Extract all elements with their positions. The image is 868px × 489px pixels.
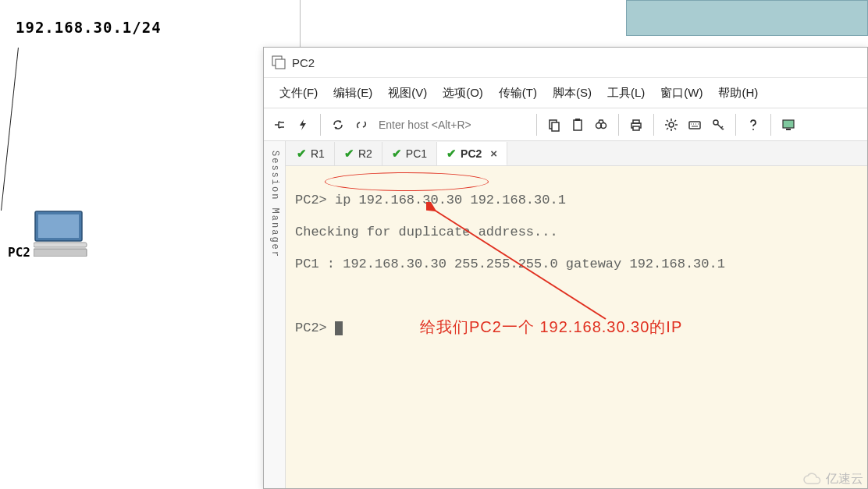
toolbar-separator bbox=[536, 114, 537, 136]
quick-connect-button[interactable] bbox=[292, 114, 314, 136]
titlebar[interactable]: PC2 bbox=[264, 48, 867, 78]
bg-wire-line bbox=[0, 46, 19, 211]
session-manager-label: Session Manager bbox=[269, 151, 280, 258]
svg-rect-2 bbox=[34, 243, 87, 247]
command-text: ip 192.168.30.30 192.168.30.1 bbox=[335, 193, 566, 207]
pc2-device: PC2 bbox=[8, 207, 96, 260]
bg-divider bbox=[300, 0, 301, 48]
check-icon: ✔ bbox=[446, 147, 457, 161]
svg-rect-9 bbox=[575, 119, 580, 121]
terminal-line: Checking for duplicate address... bbox=[295, 225, 858, 240]
svg-rect-13 bbox=[633, 120, 639, 123]
toolbar-separator bbox=[653, 114, 654, 136]
watermark: 亿速云 bbox=[802, 471, 863, 487]
help-button[interactable] bbox=[742, 114, 764, 136]
svg-rect-7 bbox=[552, 122, 559, 131]
svg-rect-8 bbox=[574, 120, 582, 130]
cursor bbox=[335, 321, 343, 335]
question-icon bbox=[746, 118, 760, 132]
print-button[interactable] bbox=[625, 114, 647, 136]
menu-edit[interactable]: 编辑(E) bbox=[333, 86, 372, 101]
refresh-icon bbox=[331, 118, 345, 132]
paste-button[interactable] bbox=[567, 114, 589, 136]
app-icon bbox=[272, 55, 286, 69]
screen-button[interactable] bbox=[777, 114, 799, 136]
tab-pc2[interactable]: ✔ PC2 × bbox=[437, 142, 507, 165]
menu-options[interactable]: 选项(O) bbox=[443, 86, 483, 101]
menu-script[interactable]: 脚本(S) bbox=[553, 86, 592, 101]
svg-rect-20 bbox=[786, 129, 791, 130]
tab-label: R1 bbox=[311, 147, 325, 160]
gear-icon bbox=[664, 118, 678, 132]
keyboard-icon bbox=[688, 118, 702, 132]
key-icon bbox=[711, 118, 725, 132]
terminal-line bbox=[295, 289, 858, 304]
prompt: PC2> bbox=[295, 321, 335, 335]
menu-help[interactable]: 帮助(H) bbox=[718, 86, 758, 101]
disconnect-button[interactable] bbox=[350, 114, 372, 136]
toolbar-separator bbox=[320, 114, 321, 136]
host-input[interactable] bbox=[374, 115, 530, 135]
key-button[interactable] bbox=[707, 114, 729, 136]
find-button[interactable] bbox=[590, 114, 612, 136]
toolbar bbox=[264, 108, 867, 141]
terminal-output[interactable]: PC2> ip 192.168.30.30 192.168.30.1 Check… bbox=[286, 166, 867, 488]
svg-rect-19 bbox=[783, 120, 794, 128]
monitor-icon bbox=[781, 118, 795, 132]
svg-rect-5 bbox=[276, 59, 285, 69]
session-manager-panel[interactable]: Session Manager bbox=[264, 141, 286, 488]
tab-label: PC1 bbox=[406, 147, 427, 160]
close-tab-button[interactable]: × bbox=[490, 147, 497, 160]
menu-tools[interactable]: 工具(L) bbox=[607, 86, 645, 101]
desktop-pc-icon bbox=[34, 210, 96, 257]
plug-icon bbox=[272, 118, 286, 132]
binoculars-icon bbox=[594, 118, 608, 132]
printer-icon bbox=[629, 118, 643, 132]
tab-label: PC2 bbox=[461, 147, 482, 160]
reconnect-button[interactable] bbox=[327, 114, 349, 136]
toolbar-separator bbox=[770, 114, 771, 136]
tab-label: R2 bbox=[358, 147, 372, 160]
svg-rect-1 bbox=[38, 214, 79, 238]
menu-transfer[interactable]: 传输(T) bbox=[499, 86, 537, 101]
svg-point-18 bbox=[752, 129, 754, 130]
clipboard-icon bbox=[571, 118, 585, 132]
settings-button[interactable] bbox=[660, 114, 682, 136]
tab-pc1[interactable]: ✔ PC1 bbox=[382, 142, 437, 165]
terminal-line: PC1 : 192.168.30.30 255.255.255.0 gatewa… bbox=[295, 257, 858, 272]
prompt: PC2> bbox=[295, 193, 335, 207]
tab-r2[interactable]: ✔ R2 bbox=[335, 142, 382, 165]
svg-rect-14 bbox=[633, 126, 639, 130]
copy-button[interactable] bbox=[543, 114, 565, 136]
terminal-window: PC2 文件(F) 编辑(E) 视图(V) 选项(O) 传输(T) 脚本(S) … bbox=[263, 47, 868, 489]
tab-r1[interactable]: ✔ R1 bbox=[287, 142, 335, 165]
lightning-icon bbox=[296, 118, 310, 132]
menu-window[interactable]: 窗口(W) bbox=[660, 86, 703, 101]
copy-icon bbox=[547, 118, 561, 132]
unlink-icon bbox=[354, 118, 368, 132]
toolbar-separator bbox=[735, 114, 736, 136]
window-title: PC2 bbox=[292, 56, 315, 69]
connect-button[interactable] bbox=[269, 114, 290, 136]
svg-rect-3 bbox=[34, 249, 87, 257]
menu-view[interactable]: 视图(V) bbox=[388, 86, 427, 101]
cloud-icon bbox=[802, 473, 823, 487]
tab-bar: ✔ R1 ✔ R2 ✔ PC1 ✔ PC2 × bbox=[286, 141, 867, 166]
svg-point-15 bbox=[669, 122, 674, 127]
annotation-text: 给我们PC2一个 192.168.30.30的IP bbox=[420, 317, 682, 336]
check-icon: ✔ bbox=[297, 147, 307, 161]
menubar: 文件(F) 编辑(E) 视图(V) 选项(O) 传输(T) 脚本(S) 工具(L… bbox=[264, 78, 867, 108]
menu-file[interactable]: 文件(F) bbox=[279, 86, 318, 101]
gateway-ip-label: 192.168.30.1/24 bbox=[16, 19, 162, 36]
bg-teal-panel bbox=[626, 0, 868, 36]
toolbar-separator bbox=[618, 114, 619, 136]
check-icon: ✔ bbox=[392, 147, 402, 161]
annotation-ellipse bbox=[325, 172, 489, 191]
pc2-device-label: PC2 bbox=[8, 245, 30, 260]
keyboard-button[interactable] bbox=[684, 114, 706, 136]
svg-rect-16 bbox=[689, 122, 700, 129]
check-icon: ✔ bbox=[344, 147, 354, 161]
watermark-text: 亿速云 bbox=[826, 471, 863, 487]
